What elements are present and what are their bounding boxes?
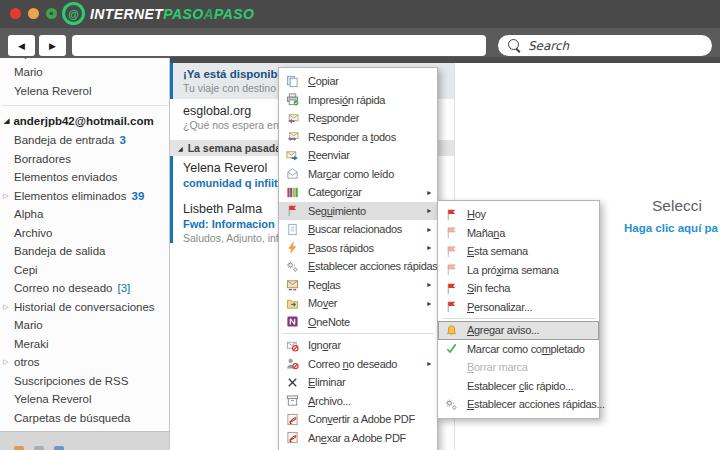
sidebar-item-label: Cepi [14, 264, 38, 276]
menu-item-eliminar[interactable]: Eliminar [279, 373, 437, 392]
menu-item-establecer-clic-rapido[interactable]: Establecer clic rápido... [438, 377, 599, 396]
menu-item-personalizar[interactable]: Personalizar... [438, 298, 599, 317]
zoom-window-button[interactable] [46, 8, 57, 19]
menu-item-label: Eliminar [308, 376, 345, 388]
sidebar-item-yelena-reverol[interactable]: Yelena Reverol [0, 81, 169, 100]
menu-item-establecer-acciones-rapidas[interactable]: Establecer acciones rápidas... [438, 395, 599, 414]
forward-icon [284, 148, 300, 162]
sidebar-item-mario[interactable]: Mario [0, 316, 169, 335]
menu-item-correo-no-deseado[interactable]: Correo no deseado▸ [279, 355, 437, 374]
menu-item-pasos-rapidos[interactable]: Pasos rápidos▸ [279, 239, 437, 258]
menu-item-onenote[interactable]: OneNote [279, 313, 437, 332]
forward-button[interactable]: ▶ [39, 35, 66, 56]
menu-item-esta-semana[interactable]: Esta semana [438, 242, 599, 261]
menu-item-anexar-a-adobe-pdf[interactable]: Anexar a Adobe PDF [279, 429, 437, 448]
sidebar-item-label: Yelena Reverol [14, 393, 92, 405]
menu-item-establecer-acciones-rapidas[interactable]: Establecer acciones rápidas... [279, 257, 437, 276]
menu-item-label: Responder a todos [308, 131, 396, 143]
menu-item-buscar-relacionados[interactable]: Buscar relacionados▸ [279, 220, 437, 239]
menu-item-manana[interactable]: Mañana [438, 224, 599, 243]
minimize-window-button[interactable] [28, 8, 39, 19]
bolt-icon [284, 241, 300, 255]
nav-pane-footer [0, 431, 169, 450]
search-input[interactable] [498, 35, 712, 56]
sidebar-item-label: Alpha [14, 58, 43, 59]
sidebar-item-yelena-reverol[interactable]: Yelena Reverol [0, 390, 169, 409]
menu-item-label: Sin fecha [467, 282, 510, 294]
menu-item-borrar-marca: Borrar marca [438, 358, 599, 377]
menu-item-responder[interactable]: Responder [279, 109, 437, 128]
flagred-icon [443, 207, 459, 221]
menu-item-label: Archivo... [308, 395, 351, 407]
sidebar-item-label: Meraki [14, 338, 49, 350]
sidebar-item-alpha[interactable]: Alpha [0, 205, 169, 224]
account-header[interactable]: ◢ anderjpb42@hotmail.com [0, 110, 169, 131]
sidebar-item-bandeja-de-entrada[interactable]: Bandeja de entrada3 [0, 131, 169, 150]
sidebar-item-suscripciones-de-rss[interactable]: Suscripciones de RSS [0, 372, 169, 391]
sidebar-item-elementos-enviados[interactable]: Elementos enviados [0, 168, 169, 187]
menu-item-marcar-como-leido[interactable]: Marcar como leído [279, 165, 437, 184]
menu-item-seguimiento[interactable]: Seguimiento▸ [279, 202, 437, 221]
ignore-icon [284, 338, 300, 352]
menu-item-label: Impresión rápida [308, 94, 385, 106]
back-button[interactable]: ◀ [8, 35, 35, 56]
titlebar: @ INTERNETPASOAPASO [0, 0, 720, 28]
menu-item-la-proxima-semana[interactable]: La próxima semana [438, 261, 599, 280]
address-bar[interactable] [72, 35, 486, 56]
collapsed-arrow-icon: ▷ [3, 192, 14, 200]
menu-item-responder-a-todos[interactable]: Responder a todos [279, 128, 437, 147]
move-icon [284, 296, 300, 310]
menu-item-archivo[interactable]: Archivo... [279, 392, 437, 411]
menu-item-categorizar[interactable]: Categorizar▸ [279, 183, 437, 202]
reading-pane-link[interactable]: Haga clic aquí pa [624, 222, 718, 234]
favorites-list: AlphaMarioYelena Reverol [0, 58, 169, 100]
menu-item-agregar-aviso[interactable]: Agregar aviso... [438, 321, 599, 340]
flaglight-icon [443, 244, 459, 258]
sidebar-item-label: Suscripciones de RSS [14, 375, 128, 387]
search-box [498, 35, 712, 56]
sidebar-item-correo-no-deseado[interactable]: Correo no deseado[3] [0, 279, 169, 298]
menu-item-ignorar[interactable]: Ignorar [279, 336, 437, 355]
sidebar-item-borradores[interactable]: Borradores [0, 150, 169, 169]
menu-item-hoy[interactable]: Hoy [438, 205, 599, 224]
folder-list: Bandeja de entrada3BorradoresElementos e… [0, 131, 169, 427]
menu-item-marcar-como-completado[interactable]: Marcar como completado [438, 340, 599, 359]
delete-icon [284, 375, 300, 389]
menu-item-label: Hoy [467, 208, 486, 220]
sidebar-item-otros[interactable]: ▷otros [0, 353, 169, 372]
menu-item-label: Esta semana [467, 245, 528, 257]
sidebar-item-historial-de-conversaciones[interactable]: ▷Historial de conversaciones [0, 298, 169, 317]
sidebar-item-cepi[interactable]: Cepi [0, 261, 169, 280]
sidebar-item-label: Mario [14, 66, 43, 78]
menu-item-label: Pasos rápidos [308, 242, 374, 254]
menu-item-reglas[interactable]: Reglas▸ [279, 276, 437, 295]
sidebar-item-bandeja-de-salida[interactable]: Bandeja de salida [0, 242, 169, 261]
window-controls [10, 8, 57, 19]
sidebar-divider [2, 105, 169, 106]
menu-item-copiar[interactable]: Copiar [279, 72, 437, 91]
internet-paso-a-paso-logo: @ INTERNETPASOAPASO [62, 2, 254, 25]
sidebar-item-elementos-eliminados[interactable]: ▷Elementos eliminados39 [0, 187, 169, 206]
sidebar-item-archivo[interactable]: Archivo [0, 224, 169, 243]
mail-module-icon[interactable] [14, 446, 24, 450]
menu-item-convertir-a-adobe-pdf[interactable]: Convertir a Adobe PDF [279, 410, 437, 429]
submenu-arrow-icon: ▸ [427, 225, 433, 234]
unread-count-badge: [3] [117, 282, 130, 294]
none-icon [443, 379, 459, 393]
menu-item-mover[interactable]: Mover▸ [279, 294, 437, 313]
calendar-module-icon[interactable] [34, 446, 44, 450]
menu-item-label: Copiar [308, 75, 339, 87]
close-window-button[interactable] [10, 8, 21, 19]
sidebar-item-mario[interactable]: Mario [0, 62, 169, 81]
onenote-icon [284, 315, 300, 329]
followup-submenu: HoyMañanaEsta semanaLa próxima semanaSin… [437, 200, 600, 419]
menu-item-sin-fecha[interactable]: Sin fecha [438, 279, 599, 298]
menu-item-impresion-rapida[interactable]: Impresión rápida [279, 91, 437, 110]
people-module-icon[interactable] [54, 446, 64, 450]
sidebar-item-carpetas-de-busqueda[interactable]: Carpetas de búsqueda [0, 409, 169, 428]
submenu-arrow-icon: ▸ [427, 299, 433, 308]
paso-logo-icon: @ [62, 2, 85, 25]
sidebar-item-meraki[interactable]: Meraki [0, 335, 169, 354]
rules-icon [284, 278, 300, 292]
menu-item-reenviar[interactable]: Reenviar [279, 146, 437, 165]
